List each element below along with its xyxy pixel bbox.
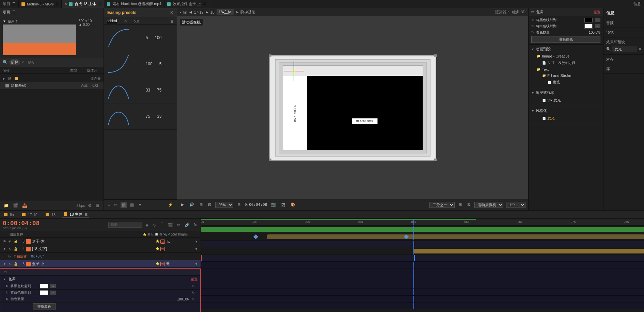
new-folder-btn[interactable]: 📁 bbox=[3, 202, 10, 209]
viewer-color-btn[interactable]: 🎨 bbox=[289, 202, 297, 208]
immersive-header[interactable]: ▼ 沉浸式视频 bbox=[531, 90, 600, 95]
preset-glow[interactable]: 📄 发光 bbox=[531, 79, 600, 86]
preset-fill-stroke[interactable]: 📁 Fill and Stroke bbox=[531, 72, 600, 79]
delete-btn[interactable]: 🗑 bbox=[95, 202, 101, 209]
fx-white-swatch[interactable] bbox=[40, 290, 48, 295]
tl-comp-btn[interactable]: 🎬 bbox=[167, 222, 174, 228]
preset-text[interactable]: 📁 Text bbox=[531, 66, 600, 72]
tint-amount-value[interactable]: 100.0% bbox=[589, 31, 600, 34]
layer8-solo[interactable]: ☀ bbox=[8, 262, 12, 266]
timeline-timecode[interactable]: 0:00:04:08 bbox=[3, 219, 40, 227]
stylize-header[interactable]: ▼ 风格化 bbox=[531, 108, 600, 113]
immersive-vr-glow[interactable]: 📄 VR 发光 bbox=[531, 97, 600, 104]
tl-keyframe-btn[interactable]: ◇ bbox=[152, 222, 157, 228]
motion3-menu[interactable]: ☰ bbox=[56, 2, 59, 6]
preset-image-creative[interactable]: 📁 Image - Creative bbox=[531, 53, 600, 59]
black-arrow-btn[interactable]: → bbox=[595, 18, 600, 22]
tl-fx-btn[interactable]: fx bbox=[193, 222, 198, 228]
comp-nav-next-btn[interactable]: ▶ bbox=[206, 10, 208, 14]
easing-curve-3[interactable]: 33 75 bbox=[104, 77, 177, 103]
easing-curve-1[interactable]: 5 100 bbox=[104, 25, 177, 51]
black-color-swatch[interactable] bbox=[584, 18, 593, 22]
layer8-parent[interactable]: 无 bbox=[166, 262, 193, 266]
layer3-expand[interactable]: ▼ bbox=[195, 240, 198, 243]
panel-motion3[interactable]: Motion-3 - MG© ☰ bbox=[19, 0, 62, 8]
easing-curve-4[interactable]: 75 33 bbox=[104, 103, 177, 130]
tl-link-btn[interactable]: 🔗 bbox=[184, 222, 191, 228]
effects-reset-label[interactable]: 重置 bbox=[594, 10, 600, 15]
layer4-expand[interactable]: ▼ bbox=[195, 247, 198, 251]
tl-paint-btn[interactable]: ✏ bbox=[176, 222, 182, 228]
exchange-colors-btn[interactable]: 交换颜色 bbox=[531, 36, 600, 43]
comp-nav-18[interactable]: 18 bbox=[210, 10, 215, 14]
fx-section-reset[interactable]: 重置 bbox=[191, 277, 198, 282]
easing-grid-btn[interactable]: ▦ bbox=[121, 202, 127, 208]
yrot-value[interactable]: 0x +0.0° bbox=[31, 254, 44, 258]
white-arrow-btn[interactable]: → bbox=[595, 24, 600, 28]
layer-row-8[interactable]: 👁 ☀ 🔒 8 盒子-上 ⭐ fx 无 ▼ bbox=[0, 260, 201, 268]
layer4-eye[interactable]: 👁 bbox=[3, 247, 7, 251]
easing-delete-btn[interactable]: 🗑 bbox=[170, 19, 174, 23]
panel-comp[interactable]: ✕ 合成 18-主体 ☰ bbox=[62, 0, 104, 8]
preview-dropdown[interactable]: ▼ 使用了 bbox=[3, 19, 76, 24]
easing-tab-added[interactable]: added bbox=[107, 19, 117, 23]
viewer-play-btn[interactable]: ▶ bbox=[180, 202, 185, 208]
track-row-4[interactable] bbox=[201, 233, 644, 241]
viewer-canvas[interactable]: BLACK BOX IN THE END bbox=[269, 55, 436, 161]
fx-exchange-btn[interactable]: 交换颜色 bbox=[33, 303, 56, 310]
fx-black-arrow-btn[interactable]: → bbox=[50, 284, 56, 288]
layer3-lock[interactable]: 🔒 bbox=[14, 240, 18, 243]
easing-expand-btn[interactable]: ▼ bbox=[137, 202, 143, 208]
track-row-8[interactable] bbox=[201, 247, 644, 255]
effect-close-btn[interactable]: ✕ bbox=[639, 47, 641, 51]
timeline-tab-fin[interactable]: fin bbox=[3, 213, 15, 217]
comp-nav-17-19[interactable]: 17-19 bbox=[194, 10, 204, 14]
layer3-solo[interactable]: ☀ bbox=[8, 240, 12, 243]
filter-close-icon[interactable]: ✕ bbox=[21, 61, 24, 64]
effects-menu[interactable]: ☰ bbox=[203, 2, 206, 6]
viewer-safe-btn[interactable]: ⊡ bbox=[207, 202, 213, 208]
fraction-select[interactable]: 二分之一 bbox=[429, 202, 455, 208]
viewer-alpha-btn[interactable]: ⊠ bbox=[466, 202, 472, 208]
layer-row-4[interactable]: 👁 ☀ 🔒 4 [18-文字] ⭐ fx ▼ bbox=[0, 245, 201, 253]
comp-nav-prev-btn[interactable]: ◀ bbox=[189, 10, 192, 14]
easing-pen-btn[interactable]: ✏ bbox=[113, 202, 119, 208]
tab-menu-icon[interactable]: ☰ bbox=[85, 213, 88, 216]
easing-grid2-btn[interactable]: ▩ bbox=[129, 202, 135, 208]
view-count-select[interactable]: 1个... bbox=[506, 202, 525, 208]
layer3-eye[interactable]: 👁 bbox=[3, 240, 7, 243]
timeline-tab-18[interactable]: 18 bbox=[44, 213, 57, 217]
viewer-region-btn[interactable]: ⊞ bbox=[457, 202, 463, 208]
viewer-grid-btn[interactable]: ⊞ bbox=[198, 202, 204, 208]
comp-nav-jiediji[interactable]: 阶梯基础 bbox=[240, 10, 255, 15]
easing-lightning-btn[interactable]: ⚡ bbox=[167, 202, 174, 208]
new-comp-btn[interactable]: 🎬 bbox=[12, 202, 19, 209]
project-file-jiediji[interactable]: 阶梯基础 合成 0:0t bbox=[0, 82, 104, 89]
layer8-eye[interactable]: 👁 bbox=[3, 262, 7, 266]
layer-row-3[interactable]: 👁 ☀ 🔒 3 盒子-左 ⭐ fx 无 ▼ bbox=[0, 238, 201, 245]
project-menu-icon[interactable]: ☰ bbox=[12, 10, 16, 14]
stylize-glow[interactable]: 📄 发光 bbox=[531, 115, 600, 122]
fx-white-arrow-btn[interactable]: → bbox=[50, 291, 56, 295]
viewer-show-snap-btn[interactable]: 🖼 bbox=[280, 202, 286, 208]
layer8-expand[interactable]: ▼ bbox=[195, 262, 198, 266]
viewer-audio-btn[interactable]: 🔊 bbox=[188, 202, 195, 208]
import-btn[interactable]: 📥 bbox=[21, 202, 28, 209]
panel-effects[interactable]: 效果控件 盒子·上 ☰ bbox=[164, 0, 209, 8]
timeline-tab-18main[interactable]: 18-主体 ☰ bbox=[62, 212, 89, 217]
panel-project-menu[interactable]: ☰ bbox=[12, 2, 16, 6]
comp-breadcrumb-fin[interactable]: fin bbox=[183, 10, 187, 14]
layer4-lock[interactable]: 🔒 bbox=[14, 247, 18, 251]
panel-blackbox[interactable]: 素材 black box @惜枫醉.mp4 bbox=[104, 0, 164, 8]
easing-lines-btn[interactable]: ≡ bbox=[107, 202, 111, 208]
white-color-swatch[interactable] bbox=[584, 24, 593, 29]
comp-nav-main[interactable]: 18-主体 bbox=[217, 9, 234, 15]
easing-tab-in[interactable]: in bbox=[124, 19, 127, 23]
preset-dimension-glow[interactable]: 📄 尺寸 - 发光+阴影 bbox=[531, 59, 600, 66]
fx-section-header[interactable]: ▼ 色调 重置 bbox=[0, 276, 200, 283]
layer-search-input[interactable] bbox=[108, 222, 142, 228]
camera-select[interactable]: 活动摄像机 bbox=[474, 202, 503, 208]
anim-presets-header[interactable]: ▼ 动画预设 bbox=[531, 47, 600, 52]
project-folder-16[interactable]: ▶ 16 文件夹 bbox=[0, 75, 104, 82]
layer3-parent[interactable]: 无 bbox=[166, 239, 193, 244]
